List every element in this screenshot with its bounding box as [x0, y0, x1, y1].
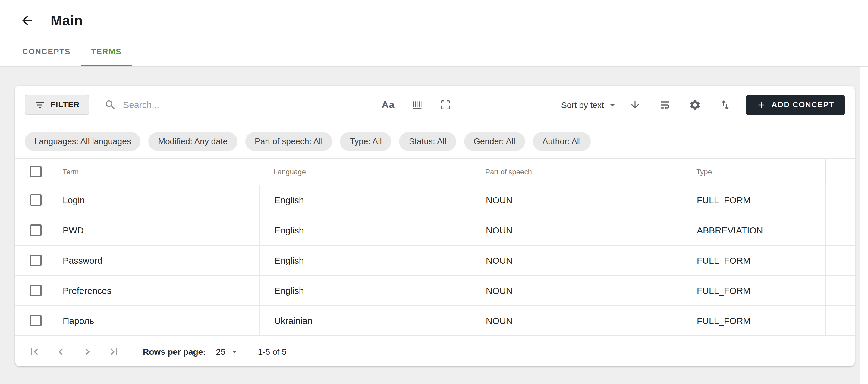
part-of-speech-cell: NOUN	[471, 306, 682, 335]
row-end-cell	[825, 306, 855, 335]
language-cell: English	[259, 245, 471, 275]
column-header-language: Language	[259, 159, 471, 185]
table-row[interactable]: PWD English NOUN ABBREVIATION	[15, 215, 855, 245]
last-page-button[interactable]	[103, 341, 125, 362]
row-checkbox-cell	[15, 245, 63, 275]
column-header-part-of-speech: Part of speech	[471, 159, 682, 185]
column-header-term: Term	[63, 159, 259, 185]
row-checkbox-cell	[15, 185, 63, 215]
tab-bar: CONCEPTS TERMS	[12, 39, 868, 66]
term-cell: Login	[63, 185, 259, 215]
crop-free-icon[interactable]	[439, 99, 451, 111]
part-of-speech-cell: NOUN	[471, 276, 682, 305]
back-arrow-icon[interactable]	[20, 13, 34, 28]
sort-by-dropdown[interactable]: Sort by text	[561, 99, 618, 111]
chip-part-of-speech[interactable]: Part of speech: All	[245, 132, 333, 150]
term-cell: Preferences	[63, 276, 259, 305]
type-cell: FULL_FORM	[682, 276, 825, 305]
header-end-cell	[825, 159, 855, 185]
chip-gender[interactable]: Gender: All	[464, 132, 525, 150]
page-background: FILTER Aa Sort by text	[0, 67, 868, 384]
toolbar-right-group: Sort by text	[561, 94, 845, 115]
filter-button-label: FILTER	[51, 100, 80, 109]
row-checkbox[interactable]	[30, 225, 41, 236]
arrow-down-icon	[629, 99, 641, 110]
column-header-type: Type	[682, 159, 825, 185]
row-checkbox[interactable]	[30, 194, 41, 206]
dropdown-caret-icon	[229, 346, 240, 357]
row-end-cell	[825, 185, 855, 215]
tab-concepts[interactable]: CONCEPTS	[12, 39, 81, 66]
chip-type[interactable]: Type: All	[340, 132, 392, 150]
row-checkbox[interactable]	[30, 255, 41, 266]
sort-by-label: Sort by text	[561, 100, 604, 110]
term-cell: PWD	[63, 215, 259, 245]
chip-status[interactable]: Status: All	[399, 132, 456, 150]
dropdown-caret-icon	[607, 99, 618, 111]
header-checkbox-cell	[15, 159, 63, 185]
language-cell: English	[259, 215, 471, 245]
language-cell: Ukrainian	[259, 306, 471, 335]
app-window: Main CONCEPTS TERMS FILTER Aa	[0, 0, 868, 384]
wrap-text-icon	[659, 99, 671, 111]
table-row[interactable]: Пароль Ukrainian NOUN FULL_FORM	[15, 306, 855, 336]
import-export-button[interactable]	[719, 99, 731, 111]
table-row[interactable]: Preferences English NOUN FULL_FORM	[15, 276, 855, 306]
barcode-icon[interactable]	[411, 99, 423, 111]
type-cell: ABBREVIATION	[682, 215, 825, 245]
scrollbar-track[interactable]	[860, 67, 868, 383]
next-page-button[interactable]	[76, 341, 98, 362]
plus-icon	[756, 100, 766, 110]
first-page-icon	[28, 345, 41, 358]
chip-modified[interactable]: Modified: Any date	[149, 132, 237, 150]
add-concept-label: ADD CONCEPT	[772, 100, 834, 109]
row-end-cell	[825, 276, 855, 305]
last-page-icon	[107, 345, 121, 358]
row-checkbox[interactable]	[30, 315, 41, 326]
row-checkbox-cell	[15, 276, 63, 305]
row-checkbox-cell	[15, 306, 63, 335]
filter-button[interactable]: FILTER	[25, 95, 89, 115]
chip-languages[interactable]: Languages: All languages	[25, 132, 141, 150]
row-checkbox-cell	[15, 215, 63, 245]
filter-chips-row: Languages: All languages Modified: Any d…	[15, 124, 855, 159]
search-input[interactable]	[123, 99, 316, 110]
select-all-checkbox[interactable]	[30, 166, 41, 177]
part-of-speech-cell: NOUN	[471, 185, 682, 215]
part-of-speech-cell: NOUN	[471, 215, 682, 245]
pagination-bar: Rows per page: 25 1-5 of 5	[15, 336, 855, 366]
chevron-right-icon	[81, 345, 94, 358]
row-checkbox[interactable]	[30, 285, 41, 296]
table-header-row: Term Language Part of speech Type	[15, 159, 855, 185]
part-of-speech-cell: NOUN	[471, 245, 682, 275]
search-box	[104, 99, 333, 111]
terms-panel: FILTER Aa Sort by text	[15, 86, 855, 366]
term-cell: Password	[63, 245, 259, 275]
chip-author[interactable]: Author: All	[533, 132, 591, 150]
rows-per-page-select[interactable]: 25	[216, 346, 240, 357]
header-top-row: Main	[0, 0, 868, 29]
rows-per-page-label: Rows per page:	[143, 347, 206, 356]
tab-terms[interactable]: TERMS	[81, 39, 132, 66]
type-cell: FULL_FORM	[682, 306, 825, 335]
table-row[interactable]: Password English NOUN FULL_FORM	[15, 245, 855, 276]
toolbar: FILTER Aa Sort by text	[15, 86, 855, 124]
table-row[interactable]: Login English NOUN FULL_FORM	[15, 185, 855, 215]
add-concept-button[interactable]: ADD CONCEPT	[746, 94, 845, 115]
type-cell: FULL_FORM	[682, 245, 825, 275]
sort-direction-button[interactable]	[629, 99, 641, 110]
pagination-range: 1-5 of 5	[258, 347, 287, 356]
match-case-icon[interactable]: Aa	[381, 99, 395, 110]
rows-per-page-value: 25	[216, 347, 225, 356]
settings-button[interactable]	[689, 99, 701, 111]
language-cell: English	[259, 185, 471, 215]
row-end-cell	[825, 245, 855, 275]
language-cell: English	[259, 276, 471, 305]
wrap-text-button[interactable]	[659, 99, 671, 111]
previous-page-button[interactable]	[50, 341, 72, 362]
filter-list-icon	[34, 99, 45, 110]
first-page-button[interactable]	[24, 341, 45, 362]
type-cell: FULL_FORM	[682, 185, 825, 215]
chevron-left-icon	[54, 345, 67, 358]
page-header: Main CONCEPTS TERMS	[0, 0, 868, 67]
